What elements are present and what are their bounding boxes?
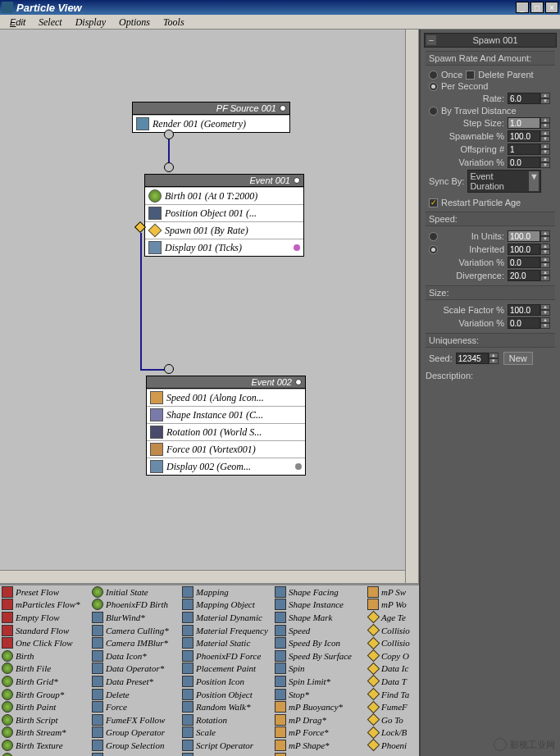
bulb-icon[interactable] [295,379,302,385]
divergence-spinner[interactable]: ▲▼ [508,270,552,281]
depot-item[interactable]: mP Wo [366,599,415,612]
depot-item[interactable]: Speed [273,624,366,637]
operator-label[interactable]: Display 001 (Ticks) [165,242,242,254]
scale-factor-spinner[interactable]: ▲▼ [508,304,552,316]
depot-item[interactable]: Spin Limit* [273,675,366,688]
bulb-icon[interactable] [294,177,300,184]
minimize-button[interactable]: _ [516,2,529,13]
operator-label[interactable]: Birth 001 (At 0 T:2000) [165,190,257,203]
depot-item[interactable]: mP Shape* [273,739,366,752]
depot-item[interactable]: Group Selection [90,739,180,752]
depot-item[interactable]: Delete [90,688,180,701]
radio-inherited[interactable] [429,245,438,254]
menu-edit[interactable]: Edit [3,15,32,29]
depot-item[interactable]: Shape Mark [273,611,366,624]
depot-palette[interactable]: Preset FlowmParticles Flow*Empty FlowSta… [0,584,419,756]
depot-item[interactable]: One Click Flow [0,636,90,649]
depot-item[interactable]: mP Sw [366,585,415,599]
speed-var-spinner[interactable]: ▲▼ [508,257,552,268]
depot-item[interactable]: Keep Apart [90,752,180,756]
depot-item[interactable]: Collisio [366,624,415,637]
depot-item[interactable]: Find Ta [366,688,415,701]
depot-item[interactable]: Shape [180,752,273,756]
close-button[interactable]: × [545,2,558,13]
depot-item[interactable]: Group Operator [90,726,180,740]
depot-item[interactable]: Spin [273,663,366,676]
spawnable-spinner[interactable]: ▲▼ [508,130,552,142]
rate-spinner[interactable]: ▲▼ [508,93,552,104]
depot-item[interactable]: Data Operator* [90,663,180,676]
node-event-001[interactable]: Event 001 Birth 001 (At 0 T:2000) Positi… [144,174,304,257]
depot-item[interactable]: mP Solvent* [273,752,366,756]
depot-item[interactable]: Standard Flow [0,624,90,637]
depot-item[interactable]: Speed By Icon [273,636,366,649]
menu-options[interactable]: Options [112,15,157,29]
operator-label[interactable]: Position Object 001 (... [165,207,257,220]
depot-item[interactable]: FumeF [366,700,415,713]
depot-item[interactable]: Position Icon [180,675,273,688]
depot-item[interactable]: Random Walk* [180,700,273,713]
menu-display[interactable]: Display [69,15,112,29]
vertical-scrollbar[interactable] [405,30,418,583]
depot-item[interactable]: BlurWind* [90,611,180,624]
operator-label[interactable]: Speed 001 (Along Icon... [166,392,264,404]
depot-item[interactable]: Empty Flow [0,611,90,624]
depot-item[interactable]: Mapping Object [180,599,273,612]
check-delete-parent[interactable] [466,71,475,80]
depot-item[interactable]: Preset Flow [0,585,90,599]
depot-item[interactable]: Data Ic [366,663,415,676]
depot-item[interactable]: Birth Group* [0,688,90,701]
depot-item[interactable]: Birth Script [0,713,90,726]
depot-item[interactable]: Phoeni [366,739,415,752]
depot-item[interactable]: Force [90,700,180,713]
depot-item[interactable]: Material Frequency [180,624,273,637]
depot-item[interactable]: PhoenixFD Birth [90,599,180,612]
operator-label[interactable]: Render 001 (Geometry) [153,118,246,130]
depot-item[interactable]: Mapping [180,585,273,599]
variation-spinner[interactable]: ▲▼ [508,157,552,168]
depot-item[interactable]: Birth Grid* [0,675,90,688]
depot-item[interactable]: FumeFX Birth [0,752,90,756]
depot-item[interactable]: Birth Paint [0,700,90,713]
depot-item[interactable]: Initial State [90,585,180,599]
depot-item[interactable]: Age Te [366,611,415,624]
check-restart-age[interactable]: ✓ [429,198,438,207]
depot-item[interactable]: Collisio [366,636,415,649]
operator-label[interactable]: Spawn 001 (By Rate) [165,225,248,237]
depot-item[interactable]: FumeFX Follow [90,713,180,726]
radio-once[interactable] [429,71,438,80]
depot-item[interactable]: Material Static [180,636,273,649]
menu-select[interactable]: Select [32,15,69,29]
depot-item[interactable]: Stop* [273,688,366,701]
panel-title[interactable]: −Spawn 001 [424,33,557,48]
depot-item[interactable]: Shape Instance [273,599,366,612]
depot-item[interactable]: Data T [366,675,415,688]
radio-by-travel[interactable] [429,107,438,116]
depot-item[interactable]: Position Object [180,688,273,701]
depot-item[interactable]: mP Drag* [273,713,366,726]
seed-spinner[interactable]: ▲▼ [456,353,500,364]
depot-item[interactable]: Birth Stream* [0,726,90,740]
operator-label[interactable]: Force 001 (Vortex001) [166,444,256,456]
graph-canvas[interactable]: PF Source 001 Render 001 (Geometry) Even… [0,30,419,584]
node-event-002[interactable]: Event 002 Speed 001 (Along Icon... Shape… [146,376,306,476]
depot-item[interactable]: Camera Culling* [90,624,180,637]
operator-label[interactable]: Display 002 (Geom... [166,461,251,473]
depot-item[interactable]: Lock/B [366,726,415,740]
depot-item[interactable]: Speed By Surface [273,649,366,663]
depot-item[interactable]: mParticles Flow* [0,599,90,612]
maximize-button[interactable]: □ [530,2,544,13]
depot-item[interactable]: Material Dynamic [180,611,273,624]
depot-item[interactable]: Script Operator [180,739,273,752]
menu-tools[interactable]: Tools [157,15,191,29]
in-units-spinner[interactable]: ▲▼ [508,230,552,242]
radio-per-second[interactable] [429,82,438,91]
step-spinner[interactable]: ▲▼ [508,117,552,129]
depot-item[interactable]: Shape Facing [273,585,366,599]
operator-label[interactable]: Rotation 001 (World S... [166,426,262,439]
depot-item[interactable]: Birth [0,649,90,663]
depot-item[interactable]: mP Buoyancy* [273,700,366,713]
operator-label[interactable]: Shape Instance 001 (C... [166,409,263,421]
node-pf-source[interactable]: PF Source 001 Render 001 (Geometry) [132,102,290,133]
radio-in-units[interactable] [429,232,438,241]
